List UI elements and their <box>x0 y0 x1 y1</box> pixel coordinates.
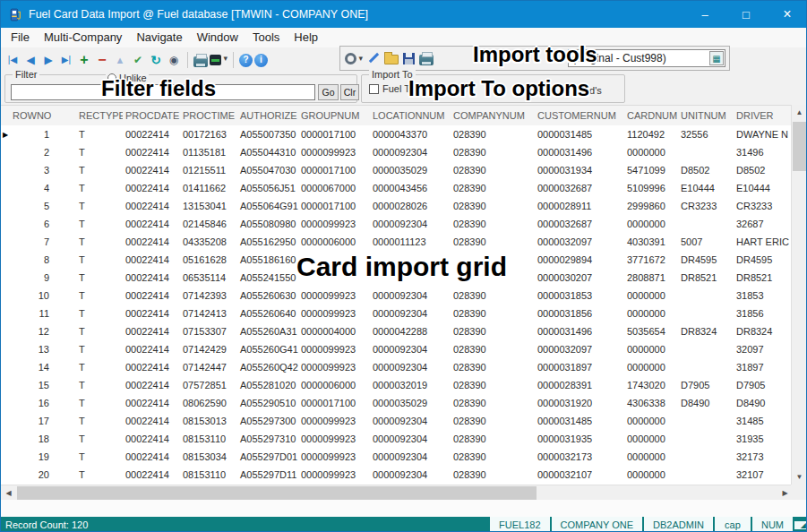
cell-unitnum: DR4595 <box>678 251 734 269</box>
column-header-rectype[interactable]: RECTYPE <box>76 106 123 125</box>
table-row[interactable]: 14T0002241407142447A055260Q4200000999230… <box>1 358 793 376</box>
help-icon[interactable]: ? <box>239 54 253 67</box>
column-header-unitnum[interactable]: UNITNUM <box>678 106 734 125</box>
table-row[interactable]: ▶1T0002241400172163A05500735000000171000… <box>1 125 793 143</box>
column-header-authorize[interactable]: AUTHORIZE <box>237 106 298 125</box>
column-header-groupnum[interactable]: GROUPNUM <box>298 106 370 125</box>
cell-cardnum: 0000000 <box>624 340 678 358</box>
cell-rectype: T <box>76 448 123 466</box>
table-row[interactable]: 10T0002241407142393A05526063000000999230… <box>1 287 793 305</box>
cell-locationnum: 0000092304 <box>370 412 451 430</box>
cell-customernum: 0000028391 <box>535 376 624 394</box>
table-row[interactable]: 4T0002241401411662A055056J51000006700000… <box>1 179 793 197</box>
table-row[interactable]: 18T0002241408153110A05529731000000999230… <box>1 430 793 448</box>
cell-rectype: T <box>76 466 123 484</box>
table-row[interactable]: 5T0002241413153041A055064G91000001710000… <box>1 197 793 215</box>
table-row[interactable]: 13T0002241407142429A055260G4100000999230… <box>1 340 793 358</box>
maximize-button[interactable]: □ <box>725 1 767 28</box>
print-icon[interactable] <box>193 56 208 67</box>
cell-procdate: 00022414 <box>123 233 180 251</box>
cell-cardnum: 4030391 <box>624 233 678 251</box>
cell-rectype: T <box>76 412 123 430</box>
card-import-grid[interactable]: ROWNORECTYPEPROCDATEPROCTIMEAUTHORIZEGRO… <box>1 105 793 485</box>
cell-groupnum: 0000099923 <box>298 466 370 484</box>
cell-cardnum: 0000000 <box>624 358 678 376</box>
scroll-up-icon[interactable]: ▲ <box>792 105 807 120</box>
cell-locationnum: 0000035029 <box>370 394 451 412</box>
resize-grip[interactable]: ◢ <box>794 521 807 529</box>
toolbar-separator <box>233 52 234 68</box>
profile-grid-button[interactable]: ▦ <box>709 51 724 65</box>
export-dropdown-icon[interactable]: ▾ <box>210 54 228 66</box>
filter-clear-button[interactable]: Clr <box>340 84 359 100</box>
cell-groupnum: 0000099923 <box>298 215 370 233</box>
table-row[interactable]: 12T0002241407153307A055260A3100000040000… <box>1 322 793 340</box>
vertical-scrollbar[interactable]: ▲ ▼ <box>791 105 806 485</box>
column-header-rowno[interactable]: ROWNO <box>10 106 76 125</box>
horizontal-scroll-thumb[interactable] <box>17 486 537 500</box>
folder-icon[interactable] <box>384 55 399 64</box>
column-header-driver[interactable]: DRIVER <box>734 106 793 125</box>
scroll-left-icon[interactable]: ◀ <box>1 485 16 501</box>
cell-proctime: 08153034 <box>180 448 237 466</box>
fuel-tickets-option[interactable]: Fuel T <box>369 83 410 94</box>
menu-item-window[interactable]: Window <box>190 28 245 47</box>
delete-row-icon[interactable]: − <box>94 52 110 68</box>
table-row[interactable]: 7T0002241404335208A055162950000000600000… <box>1 233 793 251</box>
filter-go-button[interactable]: Go <box>318 84 339 100</box>
minimize-button[interactable]: – <box>684 1 725 28</box>
column-header-customernum[interactable]: CUSTOMERNUM <box>535 106 624 125</box>
table-row[interactable]: 6T0002241402145846A055080980000009992300… <box>1 215 793 233</box>
cell-customernum: 0000032107 <box>535 466 624 484</box>
menu-item-multi-company[interactable]: Multi-Company <box>37 28 129 47</box>
cell-driver: D7905 <box>734 376 793 394</box>
move-up-icon[interactable]: ▲ <box>112 52 128 68</box>
table-row[interactable]: 11T0002241407142413A05526064000000999230… <box>1 305 793 322</box>
vertical-scroll-thumb[interactable] <box>793 122 806 171</box>
cell-rowno: 17 <box>10 412 76 430</box>
prior-record-icon[interactable]: ◀ <box>22 52 39 68</box>
first-record-icon[interactable]: |◀ <box>4 52 21 68</box>
titlebar[interactable]: Fuel Card Data Import @ Fuel database [T… <box>1 1 807 28</box>
preview-icon[interactable]: ◉ <box>166 52 182 68</box>
table-row[interactable]: 3T0002241401215511A055047030000001710000… <box>1 161 793 179</box>
table-row[interactable]: 20T0002241408153110A055297D1100000999230… <box>1 466 793 484</box>
table-row[interactable]: 2T0002241401135181A055044310000009992300… <box>1 143 793 161</box>
gear-dropdown-icon[interactable]: ▾ <box>344 52 363 65</box>
cell-groupnum: 0000017100 <box>298 161 370 179</box>
row-selector <box>1 161 10 179</box>
close-button[interactable]: × <box>767 1 807 28</box>
save-icon[interactable] <box>403 53 415 64</box>
column-header-locationnum[interactable]: LOCATIONNUM <box>370 106 451 125</box>
table-row[interactable]: 16T0002241408062590A05529051000000171000… <box>1 394 793 412</box>
insert-row-icon[interactable]: + <box>76 52 92 68</box>
annotation-filter-fields: Filter fields <box>101 76 216 101</box>
menu-item-navigate[interactable]: Navigate <box>129 28 189 47</box>
printer-small-icon[interactable] <box>419 55 434 65</box>
column-header-proctime[interactable]: PROCTIME <box>180 106 237 125</box>
next-record-icon[interactable]: ▶ <box>40 52 56 68</box>
cell-companynum: 028390 <box>451 412 535 430</box>
refresh-icon[interactable]: ↻ <box>148 52 164 68</box>
horizontal-scrollbar[interactable]: ◀ ▶ <box>1 485 793 500</box>
cell-procdate: 00022414 <box>123 197 180 215</box>
about-icon[interactable]: i <box>254 54 268 67</box>
import-tools-icons: ▾ <box>344 52 434 65</box>
menu-item-help[interactable]: Help <box>287 28 325 47</box>
fuel-tickets-checkbox[interactable] <box>369 84 379 94</box>
column-header-companynum[interactable]: COMPANYNUM <box>451 106 535 125</box>
wand-icon[interactable] <box>367 52 380 64</box>
table-row[interactable]: 19T0002241408153034A055297D0100000999230… <box>1 448 793 466</box>
cell-driver: E10444 <box>734 179 793 197</box>
last-record-icon[interactable]: ▶| <box>58 52 74 68</box>
column-header-procdate[interactable]: PROCDATE <box>123 106 180 125</box>
cell-companynum: 028390 <box>451 287 535 305</box>
accept-icon[interactable]: ✔ <box>130 52 146 68</box>
table-row[interactable]: 15T0002241407572851A05528102000000060000… <box>1 376 793 394</box>
menu-item-tools[interactable]: Tools <box>245 28 287 47</box>
scroll-down-icon[interactable]: ▼ <box>792 469 807 485</box>
cell-cardnum: 1743020 <box>624 376 678 394</box>
column-header-cardnum[interactable]: CARDNUM <box>624 106 678 125</box>
table-row[interactable]: 17T0002241408153013A05529730000000999230… <box>1 412 793 430</box>
menu-item-file[interactable]: File <box>4 28 37 47</box>
